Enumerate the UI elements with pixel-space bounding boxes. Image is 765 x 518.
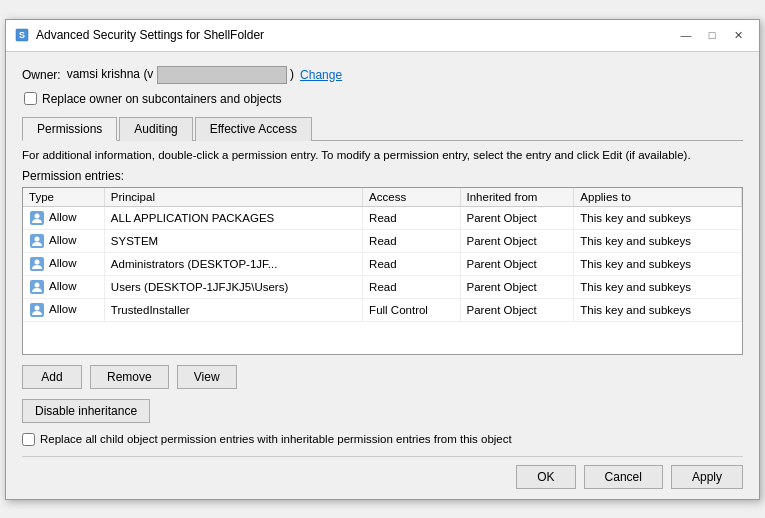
cell-inherited-from: Parent Object — [460, 252, 574, 275]
user-icon — [29, 302, 45, 318]
disable-inheritance-row: Disable inheritance — [22, 399, 743, 433]
cell-principal: Users (DESKTOP-1JFJKJ5\Users) — [104, 275, 362, 298]
cell-access: Read — [363, 275, 460, 298]
owner-redacted-box — [157, 66, 287, 84]
tab-bar: Permissions Auditing Effective Access — [22, 116, 743, 141]
cell-applies-to: This key and subkeys — [574, 298, 742, 321]
replace-owner-checkbox[interactable] — [24, 92, 37, 105]
col-type: Type — [23, 188, 104, 207]
col-access: Access — [363, 188, 460, 207]
cell-type: Allow — [23, 252, 104, 275]
replace-owner-label: Replace owner on subcontainers and objec… — [42, 92, 281, 106]
cell-access: Read — [363, 206, 460, 229]
info-text: For additional information, double-click… — [22, 149, 743, 161]
owner-value: vamsi krishna (v ) — [67, 66, 294, 84]
user-icon — [29, 233, 45, 249]
svg-point-9 — [35, 282, 40, 287]
cell-type: Allow — [23, 298, 104, 321]
table-row[interactable]: Allow ALL APPLICATION PACKAGES Read Pare… — [23, 206, 742, 229]
action-buttons: Add Remove View — [22, 365, 743, 389]
remove-button[interactable]: Remove — [90, 365, 169, 389]
cell-principal: TrustedInstaller — [104, 298, 362, 321]
owner-label: Owner: — [22, 68, 61, 82]
cell-principal: Administrators (DESKTOP-1JF... — [104, 252, 362, 275]
tab-effective-access[interactable]: Effective Access — [195, 117, 312, 141]
cell-access: Full Control — [363, 298, 460, 321]
cell-applies-to: This key and subkeys — [574, 275, 742, 298]
user-icon — [29, 210, 45, 226]
dialog-content: Owner: vamsi krishna (v ) Change Replace… — [6, 52, 759, 499]
col-inherited-from: Inherited from — [460, 188, 574, 207]
col-applies-to: Applies to — [574, 188, 742, 207]
replace-all-row: Replace all child object permission entr… — [22, 433, 743, 446]
replace-owner-row: Replace owner on subcontainers and objec… — [24, 92, 743, 106]
svg-point-3 — [35, 213, 40, 218]
disable-inheritance-button[interactable]: Disable inheritance — [22, 399, 150, 423]
cell-principal: SYSTEM — [104, 229, 362, 252]
title-bar-left: S Advanced Security Settings for ShellFo… — [14, 27, 264, 43]
replace-all-checkbox[interactable] — [22, 433, 35, 446]
svg-point-7 — [35, 259, 40, 264]
cell-access: Read — [363, 229, 460, 252]
permissions-table-wrapper[interactable]: Type Principal Access Inherited from App… — [22, 187, 743, 355]
table-row[interactable]: Allow TrustedInstaller Full Control Pare… — [23, 298, 742, 321]
title-buttons: — □ ✕ — [673, 25, 751, 45]
title-bar: S Advanced Security Settings for ShellFo… — [6, 20, 759, 52]
table-row[interactable]: Allow SYSTEM Read Parent Object This key… — [23, 229, 742, 252]
maximize-button[interactable]: □ — [699, 25, 725, 45]
close-button[interactable]: ✕ — [725, 25, 751, 45]
user-icon — [29, 256, 45, 272]
cell-applies-to: This key and subkeys — [574, 252, 742, 275]
ok-button[interactable]: OK — [516, 465, 575, 489]
cell-type: Allow — [23, 275, 104, 298]
apply-button[interactable]: Apply — [671, 465, 743, 489]
cell-inherited-from: Parent Object — [460, 298, 574, 321]
svg-text:S: S — [19, 30, 25, 40]
svg-point-5 — [35, 236, 40, 241]
tab-permissions[interactable]: Permissions — [22, 117, 117, 141]
bottom-buttons: OK Cancel Apply — [22, 456, 743, 489]
view-button[interactable]: View — [177, 365, 237, 389]
window-title: Advanced Security Settings for ShellFold… — [36, 28, 264, 42]
change-link[interactable]: Change — [300, 68, 342, 82]
permission-entries-label: Permission entries: — [22, 169, 743, 183]
cell-inherited-from: Parent Object — [460, 275, 574, 298]
cell-applies-to: This key and subkeys — [574, 206, 742, 229]
cell-type: Allow — [23, 229, 104, 252]
table-row[interactable]: Allow Users (DESKTOP-1JFJKJ5\Users) Read… — [23, 275, 742, 298]
user-icon — [29, 279, 45, 295]
svg-point-11 — [35, 305, 40, 310]
add-button[interactable]: Add — [22, 365, 82, 389]
tab-auditing[interactable]: Auditing — [119, 117, 192, 141]
table-row[interactable]: Allow Administrators (DESKTOP-1JF... Rea… — [23, 252, 742, 275]
cell-inherited-from: Parent Object — [460, 229, 574, 252]
cell-inherited-from: Parent Object — [460, 206, 574, 229]
cell-type: Allow — [23, 206, 104, 229]
main-window: S Advanced Security Settings for ShellFo… — [5, 19, 760, 500]
minimize-button[interactable]: — — [673, 25, 699, 45]
col-principal: Principal — [104, 188, 362, 207]
cell-access: Read — [363, 252, 460, 275]
cell-applies-to: This key and subkeys — [574, 229, 742, 252]
replace-all-label: Replace all child object permission entr… — [40, 433, 512, 445]
permissions-table: Type Principal Access Inherited from App… — [23, 188, 742, 322]
window-icon: S — [14, 27, 30, 43]
cancel-button[interactable]: Cancel — [584, 465, 663, 489]
cell-principal: ALL APPLICATION PACKAGES — [104, 206, 362, 229]
owner-row: Owner: vamsi krishna (v ) Change — [22, 66, 743, 84]
